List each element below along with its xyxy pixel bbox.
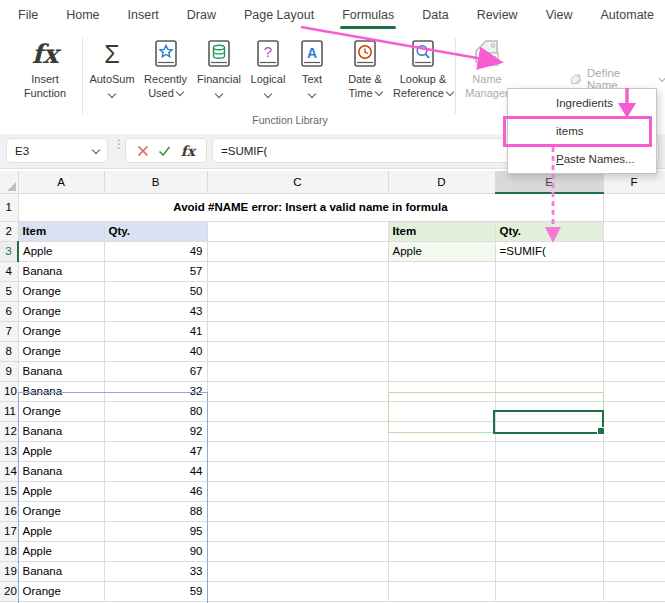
row-header-15[interactable]: 15 xyxy=(0,481,18,501)
cell-E10[interactable] xyxy=(495,381,603,401)
cell-B9[interactable]: 67 xyxy=(104,361,207,381)
cell-A18[interactable]: Apple xyxy=(18,541,104,561)
cell-E20[interactable] xyxy=(495,581,603,601)
cell-A11[interactable]: Orange xyxy=(18,401,104,421)
cell-C9[interactable] xyxy=(207,361,388,381)
row-header-14[interactable]: 14 xyxy=(0,461,18,481)
cell-D7[interactable] xyxy=(388,321,495,341)
cell-B18[interactable]: 90 xyxy=(104,541,207,561)
cell-C13[interactable] xyxy=(207,441,388,461)
cell-F20[interactable] xyxy=(603,581,665,601)
row-header-1[interactable]: 1 xyxy=(0,193,18,221)
cell-D4[interactable] xyxy=(388,261,495,281)
cell-C7[interactable] xyxy=(207,321,388,341)
cell-E13[interactable] xyxy=(495,441,603,461)
cell-B7[interactable]: 41 xyxy=(104,321,207,341)
column-header-F[interactable]: F xyxy=(603,171,665,193)
row-header-5[interactable]: 5 xyxy=(0,281,18,301)
cell-D15[interactable] xyxy=(388,481,495,501)
cell-A20[interactable]: Orange xyxy=(18,581,104,601)
cell-D17[interactable] xyxy=(388,521,495,541)
row-header-8[interactable]: 8 xyxy=(0,341,18,361)
fill-handle[interactable] xyxy=(597,427,605,435)
cell-D5[interactable] xyxy=(388,281,495,301)
cell-D10[interactable] xyxy=(388,381,495,401)
cell-D3[interactable]: Apple xyxy=(388,241,495,261)
cell-A6[interactable]: Orange xyxy=(18,301,104,321)
cell-E4[interactable] xyxy=(495,261,603,281)
cell-E19[interactable] xyxy=(495,561,603,581)
cell-D11[interactable] xyxy=(388,401,495,421)
cell-A19[interactable]: Banana xyxy=(18,561,104,581)
row-header-19[interactable]: 19 xyxy=(0,561,18,581)
row-header-4[interactable]: 4 xyxy=(0,261,18,281)
cell-D14[interactable] xyxy=(388,461,495,481)
cell-C14[interactable] xyxy=(207,461,388,481)
cell-D8[interactable] xyxy=(388,341,495,361)
menu-item-ingredients[interactable]: Ingredients xyxy=(508,89,656,117)
cell-D2[interactable]: Item xyxy=(388,221,495,241)
tab-page-layout[interactable]: Page Layout xyxy=(242,0,316,30)
cell-B8[interactable]: 40 xyxy=(104,341,207,361)
cell-E18[interactable] xyxy=(495,541,603,561)
menu-item-items[interactable]: items xyxy=(508,117,656,145)
menu-item-paste-names[interactable]: Paste Names... xyxy=(508,145,656,173)
cell-F5[interactable] xyxy=(603,281,665,301)
cell-A7[interactable]: Orange xyxy=(18,321,104,341)
row-header-18[interactable]: 18 xyxy=(0,541,18,561)
lookup-reference-button[interactable]: Lookup & Reference xyxy=(392,36,454,100)
cell-A9[interactable]: Banana xyxy=(18,361,104,381)
cell-E3[interactable]: =SUMIF( xyxy=(495,241,603,261)
cell-B13[interactable]: 47 xyxy=(104,441,207,461)
cell-C4[interactable] xyxy=(207,261,388,281)
define-name-button[interactable]: Define Name xyxy=(570,70,665,88)
row-header-9[interactable]: 9 xyxy=(0,361,18,381)
cell-C5[interactable] xyxy=(207,281,388,301)
cell-C17[interactable] xyxy=(207,521,388,541)
row-header-13[interactable]: 13 xyxy=(0,441,18,461)
column-header-D[interactable]: D xyxy=(388,171,495,193)
row-header-20[interactable]: 20 xyxy=(0,581,18,601)
financial-button[interactable]: Financial xyxy=(193,36,245,100)
tab-draw[interactable]: Draw xyxy=(185,0,218,30)
cell-B11[interactable]: 80 xyxy=(104,401,207,421)
cell-E2[interactable]: Qty. xyxy=(495,221,603,241)
tab-data[interactable]: Data xyxy=(420,0,450,30)
row-header-11[interactable]: 11 xyxy=(0,401,18,421)
enter-check-icon[interactable] xyxy=(158,145,171,157)
row-header-3[interactable]: 3 xyxy=(0,241,18,261)
cell-C18[interactable] xyxy=(207,541,388,561)
row-header-2[interactable]: 2 xyxy=(0,221,18,241)
cell-F8[interactable] xyxy=(603,341,665,361)
column-header-A[interactable]: A xyxy=(18,171,104,193)
column-header-E[interactable]: E xyxy=(495,171,603,193)
insert-function-fx-icon[interactable]: fx xyxy=(181,143,195,159)
cell-A13[interactable]: Apple xyxy=(18,441,104,461)
name-box[interactable]: E3 xyxy=(6,138,108,163)
cell-F17[interactable] xyxy=(603,521,665,541)
insert-function-button[interactable]: fx Insert Function xyxy=(12,36,78,100)
tab-file[interactable]: File xyxy=(16,0,40,30)
cell-F4[interactable] xyxy=(603,261,665,281)
cell-F10[interactable] xyxy=(603,381,665,401)
row-header-16[interactable]: 16 xyxy=(0,501,18,521)
cell-A10[interactable]: Banana xyxy=(18,381,104,401)
cell-B20[interactable]: 59 xyxy=(104,581,207,601)
cell-E14[interactable] xyxy=(495,461,603,481)
row-header-17[interactable]: 17 xyxy=(0,521,18,541)
cell-A14[interactable]: Banana xyxy=(18,461,104,481)
cell-A8[interactable]: Orange xyxy=(18,341,104,361)
cell-A12[interactable]: Banana xyxy=(18,421,104,441)
cancel-icon[interactable] xyxy=(137,145,149,157)
recently-used-button[interactable]: Recently Used xyxy=(138,36,193,100)
cell-B4[interactable]: 57 xyxy=(104,261,207,281)
cell-A4[interactable]: Banana xyxy=(18,261,104,281)
cell-F16[interactable] xyxy=(603,501,665,521)
cell-F2[interactable] xyxy=(603,221,665,241)
cell-E15[interactable] xyxy=(495,481,603,501)
cell-F14[interactable] xyxy=(603,461,665,481)
cell-B15[interactable]: 46 xyxy=(104,481,207,501)
cell-B3[interactable]: 49 xyxy=(104,241,207,261)
cell-E9[interactable] xyxy=(495,361,603,381)
cell-C3[interactable] xyxy=(207,241,388,261)
